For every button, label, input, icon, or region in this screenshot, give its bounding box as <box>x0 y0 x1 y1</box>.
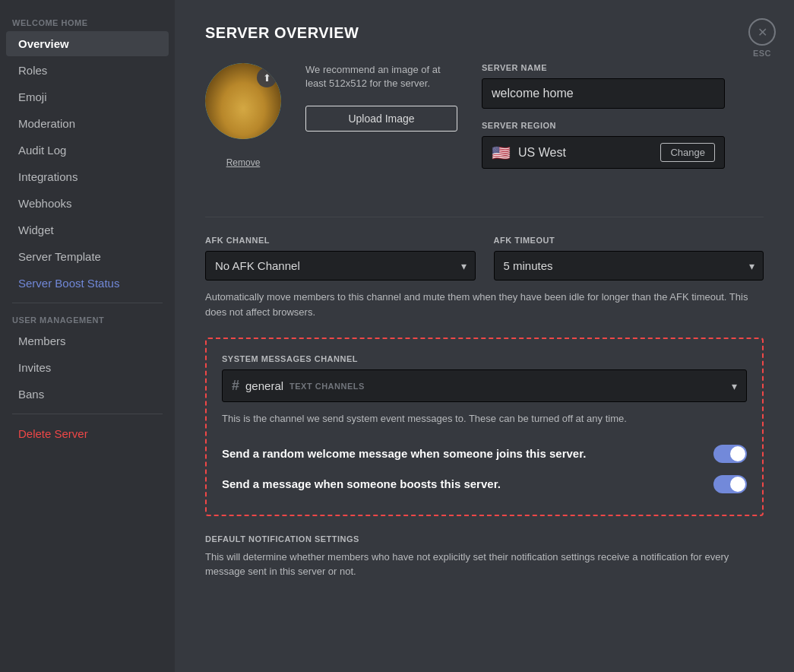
server-name-input[interactable] <box>482 78 725 109</box>
page-title: SERVER OVERVIEW <box>205 24 764 42</box>
server-name-label: SERVER NAME <box>482 63 725 72</box>
afk-timeout-select[interactable]: 5 minutes <box>494 251 764 281</box>
server-icon-overlay[interactable]: ⬆ <box>257 68 277 87</box>
hash-icon: # <box>232 378 239 394</box>
upload-image-button[interactable]: Upload Image <box>305 106 457 132</box>
default-notification-section: DEFAULT NOTIFICATION SETTINGS This will … <box>205 534 764 579</box>
sidebar-item-widget[interactable]: Widget <box>6 217 169 242</box>
afk-channel-wrapper: No AFK Channel ▾ <box>205 251 476 281</box>
afk-timeout-wrapper: 5 minutes ▾ <box>494 251 764 281</box>
channel-type-badge: TEXT CHANNELS <box>289 382 365 391</box>
sidebar-item-moderation[interactable]: Moderation <box>6 111 169 136</box>
sidebar-item-overview[interactable]: Overview <box>6 31 169 56</box>
toggle-boost-row: Send a message when someone boosts this … <box>222 469 747 499</box>
toggle-welcome[interactable] <box>713 445 747 463</box>
server-icon[interactable]: ⬆ <box>205 63 281 139</box>
sidebar-item-members[interactable]: Members <box>6 328 169 353</box>
icon-hint: We recommend an image of at least 512x51… <box>305 63 457 90</box>
sidebar: WELCOME HOME Overview Roles Emoji Modera… <box>0 0 175 672</box>
change-region-button[interactable]: Change <box>660 143 715 162</box>
toggle-boost-label: Send a message when someone boosts this … <box>222 477 501 490</box>
default-notif-desc: This will determine whether members who … <box>205 550 764 579</box>
sidebar-item-roles[interactable]: Roles <box>6 58 169 83</box>
esc-button[interactable]: ✕ ESC <box>748 18 776 58</box>
toggle-welcome-label: Send a random welcome message when someo… <box>222 447 586 460</box>
toggle-boost[interactable] <box>713 475 747 493</box>
afk-timeout-label: AFK TIMEOUT <box>494 236 764 245</box>
channel-name: general <box>245 379 283 392</box>
sidebar-item-bans[interactable]: Bans <box>6 382 169 407</box>
sidebar-item-server-boost-status[interactable]: Server Boost Status <box>6 271 169 296</box>
sidebar-item-invites[interactable]: Invites <box>6 355 169 380</box>
sidebar-divider-1 <box>12 303 163 303</box>
close-icon: ✕ <box>748 18 776 46</box>
system-messages-label: SYSTEM MESSAGES CHANNEL <box>222 354 747 363</box>
afk-channel-select[interactable]: No AFK Channel <box>205 251 476 281</box>
sidebar-section-user-management: USER MANAGEMENT <box>0 309 175 328</box>
sidebar-item-integrations[interactable]: Integrations <box>6 164 169 189</box>
divider-1 <box>205 217 764 217</box>
server-region-label: SERVER REGION <box>482 121 725 130</box>
us-flag-icon: 🇺🇸 <box>492 144 511 162</box>
system-channel-dropdown[interactable]: # general TEXT CHANNELS ▾ <box>222 369 747 402</box>
sidebar-item-audit-log[interactable]: Audit Log <box>6 138 169 163</box>
esc-label: ESC <box>753 49 771 58</box>
afk-note: Automatically move members to this chann… <box>205 290 764 319</box>
sidebar-divider-2 <box>12 414 163 414</box>
region-name: US West <box>518 146 653 160</box>
system-channel-note: This is the channel we send system event… <box>222 411 747 426</box>
sidebar-item-emoji[interactable]: Emoji <box>6 84 169 109</box>
main-content: ✕ ESC SERVER OVERVIEW ⬆ Remove We recomm… <box>175 0 794 672</box>
sidebar-item-server-template[interactable]: Server Template <box>6 244 169 269</box>
toggle-welcome-row: Send a random welcome message when someo… <box>222 439 747 469</box>
region-selector: 🇺🇸 US West Change <box>482 136 725 169</box>
sidebar-item-delete-server[interactable]: Delete Server <box>6 421 169 446</box>
sidebar-item-webhooks[interactable]: Webhooks <box>6 191 169 216</box>
system-messages-box: SYSTEM MESSAGES CHANNEL # general TEXT C… <box>205 338 764 516</box>
chevron-down-icon-3: ▾ <box>732 380 737 392</box>
remove-link[interactable]: Remove <box>226 157 261 168</box>
afk-section: AFK CHANNEL No AFK Channel ▾ AFK TIMEOUT… <box>205 236 764 281</box>
default-notif-title: DEFAULT NOTIFICATION SETTINGS <box>205 534 764 544</box>
sidebar-section-welcome: WELCOME HOME <box>0 12 175 30</box>
afk-channel-label: AFK CHANNEL <box>205 236 476 245</box>
